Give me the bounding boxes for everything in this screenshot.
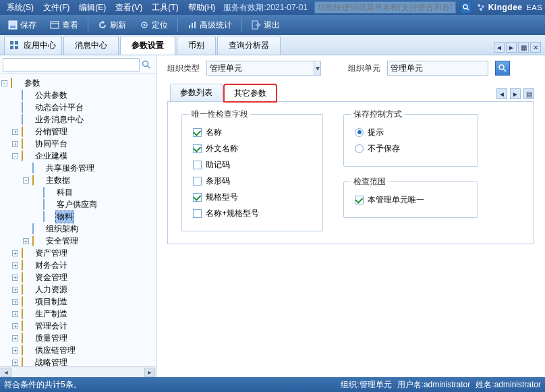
- tree-node[interactable]: 组织架构: [1, 223, 154, 235]
- tab-prev-icon[interactable]: ◄: [494, 42, 505, 53]
- tree-node[interactable]: +资产管理: [1, 247, 154, 259]
- option-row[interactable]: 外文名称: [193, 140, 312, 157]
- checkbox-icon[interactable]: [193, 161, 202, 169]
- tree-node[interactable]: 物料: [1, 211, 154, 223]
- tree-node[interactable]: -主数据: [1, 174, 154, 186]
- tab-currency[interactable]: 币别: [177, 36, 216, 55]
- view-button[interactable]: 查看: [45, 18, 84, 32]
- menu-tools[interactable]: 工具(T): [148, 1, 182, 15]
- option-row[interactable]: 助记码: [193, 157, 312, 173]
- tree-node[interactable]: -参数: [1, 77, 154, 89]
- lookup-icon[interactable]: [495, 61, 510, 76]
- option-row[interactable]: 提示: [355, 124, 467, 140]
- tree-node[interactable]: 业务消息中心: [1, 113, 154, 125]
- orgunit-input[interactable]: [388, 61, 494, 75]
- h-scrollbar[interactable]: ◄ ►: [0, 366, 156, 377]
- expand-icon[interactable]: +: [12, 129, 18, 135]
- menu-system[interactable]: 系统(S): [3, 1, 38, 15]
- checkbox-icon[interactable]: [355, 196, 364, 204]
- adv-stats-button[interactable]: 高级统计: [182, 18, 237, 32]
- expand-icon[interactable]: +: [12, 141, 18, 147]
- panel-next-icon[interactable]: ►: [510, 88, 521, 99]
- tab-query-analyzer[interactable]: 查询分析器: [217, 36, 281, 55]
- option-row[interactable]: 规格型号: [193, 189, 312, 205]
- subtab-param-list[interactable]: 参数列表: [170, 84, 223, 101]
- tree-node[interactable]: 科目: [1, 186, 154, 198]
- expand-icon[interactable]: +: [23, 238, 29, 244]
- scroll-left-icon[interactable]: ◄: [1, 368, 11, 377]
- tree-node[interactable]: +项目制造: [1, 296, 154, 308]
- checkbox-icon[interactable]: [193, 193, 202, 202]
- collapse-icon[interactable]: -: [23, 177, 29, 184]
- checkbox-icon[interactable]: [193, 128, 202, 137]
- checkbox-icon[interactable]: [193, 144, 202, 153]
- tree-node[interactable]: +协同平台: [1, 138, 154, 150]
- radio-icon[interactable]: [355, 128, 364, 137]
- tree-node[interactable]: 公共参数: [1, 89, 154, 101]
- checkbox-icon[interactable]: [193, 177, 202, 186]
- option-row[interactable]: 名称: [193, 124, 312, 140]
- search-icon[interactable]: [140, 58, 153, 72]
- option-label: 助记码: [206, 159, 230, 171]
- orgtype-combo[interactable]: ▾: [206, 61, 321, 76]
- expand-icon[interactable]: +: [12, 250, 18, 256]
- tree-node[interactable]: +生产制造: [1, 308, 154, 320]
- expand-icon[interactable]: +: [12, 311, 18, 317]
- tree-node[interactable]: +资金管理: [1, 271, 154, 283]
- refresh-button[interactable]: 刷新: [92, 18, 132, 32]
- locate-button[interactable]: 定位: [134, 18, 173, 32]
- subtab-other-params[interactable]: 其它参数: [224, 84, 277, 102]
- tree-node[interactable]: -企业建模: [1, 150, 154, 162]
- collapse-icon[interactable]: -: [1, 80, 7, 86]
- param-tree[interactable]: -参数公共参数动态会计平台业务消息中心+分销管理+协同平台-企业建模共享服务管理…: [0, 74, 156, 366]
- tab-next-icon[interactable]: ►: [506, 42, 517, 53]
- expand-icon[interactable]: +: [12, 262, 18, 269]
- option-row[interactable]: 不予保存: [355, 140, 467, 157]
- radio-icon[interactable]: [355, 144, 364, 153]
- tree-node[interactable]: +人力资源: [1, 283, 154, 296]
- tree-node[interactable]: +战略管理: [1, 356, 154, 366]
- tab-param-settings[interactable]: 参数设置: [120, 36, 175, 55]
- tree-node[interactable]: 共享服务管理: [1, 162, 154, 174]
- tree-node[interactable]: 客户供应商: [1, 198, 154, 211]
- tree-node[interactable]: +管理会计: [1, 320, 154, 332]
- option-row[interactable]: 名称+规格型号: [193, 205, 312, 221]
- menu-file[interactable]: 文件(F): [39, 1, 74, 15]
- tree-node[interactable]: 动态会计平台: [1, 101, 154, 113]
- scroll-track[interactable]: [12, 368, 144, 377]
- exit-button[interactable]: 退出: [246, 18, 285, 32]
- tab-app-center[interactable]: 应用中心: [4, 36, 62, 55]
- panel-list-icon[interactable]: ▤: [523, 88, 534, 99]
- chevron-down-icon[interactable]: ▾: [314, 61, 320, 75]
- tree-search-input[interactable]: [3, 58, 140, 72]
- expand-icon[interactable]: +: [12, 335, 18, 341]
- expand-icon[interactable]: +: [12, 360, 18, 366]
- tab-list-icon[interactable]: ▦: [518, 42, 529, 53]
- tree-node[interactable]: +供应链管理: [1, 344, 154, 356]
- expand-icon[interactable]: +: [12, 323, 18, 329]
- option-row[interactable]: 条形码: [193, 173, 312, 189]
- panel-prev-icon[interactable]: ◄: [496, 88, 507, 99]
- expand-icon[interactable]: +: [12, 299, 18, 305]
- global-search-input[interactable]: [314, 1, 456, 13]
- tree-node[interactable]: +分销管理: [1, 125, 154, 138]
- expand-icon[interactable]: +: [12, 275, 18, 281]
- menu-view[interactable]: 查看(V): [111, 1, 146, 15]
- expand-icon[interactable]: +: [12, 347, 18, 354]
- orgtype-input[interactable]: [207, 61, 314, 75]
- tree-node[interactable]: +质量管理: [1, 332, 154, 344]
- collapse-icon[interactable]: -: [12, 153, 18, 159]
- tree-node[interactable]: +财务会计: [1, 259, 154, 271]
- checkbox-icon[interactable]: [193, 209, 202, 218]
- option-row[interactable]: 本管理单元唯一: [355, 192, 467, 208]
- menu-help[interactable]: 帮助(H): [184, 1, 220, 15]
- tab-message-center[interactable]: 消息中心: [63, 36, 119, 55]
- tab-close-icon[interactable]: ✕: [530, 42, 541, 53]
- scroll-right-icon[interactable]: ►: [144, 368, 155, 377]
- expand-icon[interactable]: +: [12, 287, 18, 293]
- orgunit-combo[interactable]: [387, 61, 488, 76]
- tree-node[interactable]: +安全管理: [1, 235, 154, 247]
- search-icon[interactable]: [460, 1, 472, 13]
- menu-edit[interactable]: 编辑(E): [75, 1, 110, 15]
- save-button[interactable]: 保存: [3, 18, 42, 32]
